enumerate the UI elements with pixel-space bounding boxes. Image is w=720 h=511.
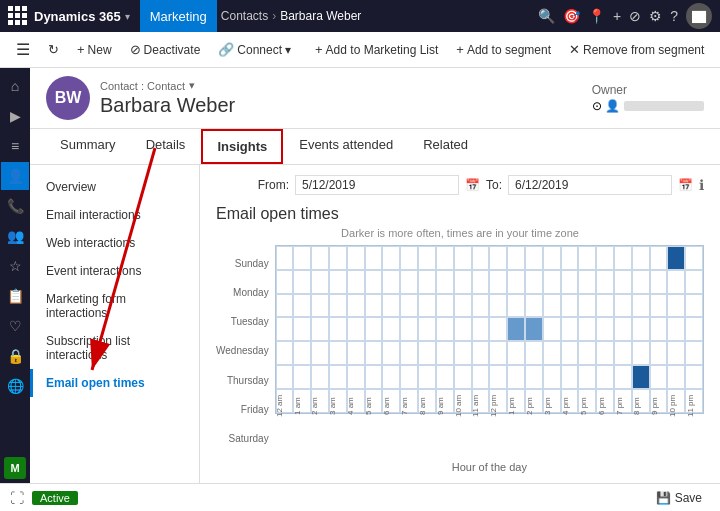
- heat-cell: [578, 365, 596, 389]
- location-icon[interactable]: 📍: [588, 8, 605, 24]
- heat-cell: [685, 294, 703, 318]
- module-name[interactable]: Marketing: [140, 0, 217, 32]
- heat-cell: [650, 317, 668, 341]
- date-range-bar: From: 📅 To: 📅 ℹ: [216, 175, 704, 195]
- sidebar-menu-icon[interactable]: ≡: [1, 132, 29, 160]
- sidebar-user-avatar[interactable]: M: [4, 457, 26, 479]
- heat-cell: [293, 246, 311, 270]
- owner-icon: ⊙ 👤: [592, 99, 620, 113]
- assign-button[interactable]: 👤 Assign: [714, 38, 720, 61]
- settings-icon[interactable]: ⚙: [649, 8, 662, 24]
- y-label-saturday: Saturday: [216, 433, 269, 444]
- record-type-chevron[interactable]: ▾: [189, 79, 195, 92]
- calendar-to-icon[interactable]: 📅: [678, 178, 693, 192]
- expand-icon[interactable]: ⛶: [10, 490, 24, 506]
- nav-icon-group: 🔍 🎯 📍 + ⊘ ⚙ ? ██: [538, 3, 712, 29]
- add-segment-button[interactable]: + Add to segment: [448, 38, 559, 61]
- heat-cell: [436, 246, 454, 270]
- heat-cell: [614, 246, 632, 270]
- help-icon[interactable]: ?: [670, 8, 678, 24]
- x-label: 1 am: [293, 395, 311, 417]
- connect-button[interactable]: 🔗 Connect ▾: [210, 38, 299, 61]
- deactivate-button[interactable]: ⊘ Deactivate: [122, 38, 209, 61]
- x-label: 8 pm: [632, 395, 650, 417]
- menu-web-interactions[interactable]: Web interactions: [30, 229, 199, 257]
- heat-cell: [311, 341, 329, 365]
- hamburger-button[interactable]: ☰: [8, 36, 38, 63]
- heat-cell: [667, 365, 685, 389]
- info-icon[interactable]: ℹ: [699, 177, 704, 193]
- heat-cell: [472, 341, 490, 365]
- chart-subtitle: Darker is more often, times are in your …: [216, 227, 704, 239]
- tab-events[interactable]: Events attended: [285, 129, 407, 164]
- heat-cell: [614, 341, 632, 365]
- menu-overview[interactable]: Overview: [30, 173, 199, 201]
- connect-chevron-icon[interactable]: ▾: [285, 43, 291, 57]
- heat-cell: [525, 317, 543, 341]
- heat-cell: [400, 341, 418, 365]
- record-type: Contact : Contact ▾: [100, 79, 582, 92]
- heat-cell: [489, 341, 507, 365]
- heat-cell: [329, 341, 347, 365]
- user-avatar[interactable]: ██: [686, 3, 712, 29]
- date-from-label: From:: [258, 178, 289, 192]
- heat-cell: [365, 365, 383, 389]
- x-label: 7 am: [400, 395, 418, 417]
- filter-icon[interactable]: ⊘: [629, 8, 641, 24]
- record-info: Contact : Contact ▾ Barbara Weber: [100, 79, 582, 117]
- x-label: 10 pm: [668, 395, 686, 417]
- y-label-thursday: Thursday: [216, 375, 269, 386]
- sidebar-heart-icon[interactable]: ♡: [1, 312, 29, 340]
- heat-cell: [543, 246, 561, 270]
- sidebar-recent-icon[interactable]: ▶: [1, 102, 29, 130]
- x-label: 5 am: [364, 395, 382, 417]
- x-axis-title: Hour of the day: [275, 461, 704, 473]
- sidebar-phone-icon[interactable]: 📞: [1, 192, 29, 220]
- heat-cell: [489, 294, 507, 318]
- menu-subscription[interactable]: Subscription list interactions: [30, 327, 199, 369]
- sidebar-star-icon[interactable]: ☆: [1, 252, 29, 280]
- heat-cell: [400, 365, 418, 389]
- menu-email-open-times[interactable]: Email open times: [30, 369, 199, 397]
- tab-related[interactable]: Related: [409, 129, 482, 164]
- sidebar-contact-icon[interactable]: 👤: [1, 162, 29, 190]
- x-label: 4 pm: [561, 395, 579, 417]
- sidebar-lock-icon[interactable]: 🔒: [1, 342, 29, 370]
- new-button[interactable]: + New: [69, 38, 120, 61]
- brand-name[interactable]: Dynamics 365: [34, 9, 121, 24]
- breadcrumb-contacts[interactable]: Contacts: [221, 9, 268, 23]
- remove-segment-button[interactable]: ✕ Remove from segment: [561, 38, 712, 61]
- tabs-bar: Summary Details Insights Events attended…: [30, 129, 720, 165]
- heat-cell: [382, 365, 400, 389]
- tab-details[interactable]: Details: [132, 129, 200, 164]
- heat-cell: [454, 246, 472, 270]
- date-from-input[interactable]: [295, 175, 459, 195]
- heat-cell: [454, 341, 472, 365]
- target-icon[interactable]: 🎯: [563, 8, 580, 24]
- sidebar-team-icon[interactable]: 👥: [1, 222, 29, 250]
- x-label: 3 pm: [543, 395, 561, 417]
- add-marketing-button[interactable]: + Add to Marketing List: [307, 38, 446, 61]
- heat-cell: [454, 294, 472, 318]
- menu-marketing-form[interactable]: Marketing form interactions: [30, 285, 199, 327]
- x-label: 9 am: [436, 395, 454, 417]
- tab-summary[interactable]: Summary: [46, 129, 130, 164]
- refresh-button[interactable]: ↻: [40, 38, 67, 61]
- tab-insights[interactable]: Insights: [201, 129, 283, 164]
- heat-cell: [382, 317, 400, 341]
- brand-chevron[interactable]: ▾: [125, 11, 130, 22]
- x-label: 2 am: [310, 395, 328, 417]
- heat-cell: [685, 365, 703, 389]
- menu-event-interactions[interactable]: Event interactions: [30, 257, 199, 285]
- search-icon[interactable]: 🔍: [538, 8, 555, 24]
- add-icon[interactable]: +: [613, 8, 621, 24]
- sidebar-task-icon[interactable]: 📋: [1, 282, 29, 310]
- sidebar-home-icon[interactable]: ⌂: [1, 72, 29, 100]
- x-label: 11 am: [471, 395, 489, 417]
- save-button[interactable]: 💾 Save: [648, 487, 710, 509]
- date-to-input[interactable]: [508, 175, 672, 195]
- sidebar-globe-icon[interactable]: 🌐: [1, 372, 29, 400]
- calendar-from-icon[interactable]: 📅: [465, 178, 480, 192]
- menu-email-interactions[interactable]: Email interactions: [30, 201, 199, 229]
- app-grid-icon[interactable]: [8, 6, 28, 26]
